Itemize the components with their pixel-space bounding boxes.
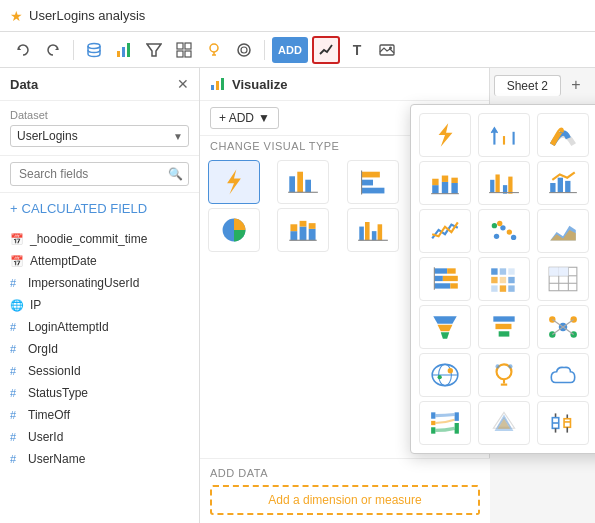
chart-cell-flash[interactable] <box>419 113 471 157</box>
svg-rect-115 <box>508 285 514 291</box>
add-dimension-button[interactable]: Add a dimension or measure <box>210 485 480 515</box>
field-list: 📅 _hoodie_commit_time 📅 AttemptDate # Im… <box>0 224 199 523</box>
svg-rect-70 <box>508 177 512 194</box>
svg-rect-73 <box>558 178 563 193</box>
chart-cell-pivot[interactable] <box>537 257 589 301</box>
sheet-tab-label: Sheet 2 <box>507 79 548 93</box>
svg-rect-135 <box>499 331 510 336</box>
svg-rect-5 <box>127 43 130 57</box>
list-item[interactable]: # SessionId <box>0 360 199 382</box>
chart-type-hbar[interactable] <box>347 160 399 204</box>
chart-cell-stacked[interactable] <box>419 161 471 205</box>
svg-rect-114 <box>500 285 506 291</box>
database-button[interactable] <box>81 37 107 63</box>
chart-type-stacked[interactable] <box>277 208 329 252</box>
svg-rect-61 <box>432 179 438 185</box>
chart-button[interactable] <box>111 37 137 63</box>
field-name: IP <box>30 298 41 312</box>
chart-cell-heat[interactable] <box>478 257 530 301</box>
search-section: 🔍 <box>0 156 199 193</box>
dataset-section: Dataset UserLogins ▼ <box>0 101 199 156</box>
svg-rect-100 <box>434 268 447 273</box>
search-input[interactable] <box>10 162 189 186</box>
trendline-button[interactable] <box>312 36 340 64</box>
chart-cell-network[interactable] <box>537 305 589 349</box>
svg-rect-37 <box>300 221 307 227</box>
list-item[interactable]: # StatusType <box>0 382 199 404</box>
calculated-field-button[interactable]: + CALCULATED FIELD <box>10 199 189 218</box>
insights-button[interactable] <box>201 37 227 63</box>
svg-rect-63 <box>442 176 448 182</box>
chart-type-auto[interactable] <box>208 160 260 204</box>
chart-type-bar[interactable] <box>277 160 329 204</box>
svg-rect-112 <box>508 277 514 283</box>
add-button[interactable]: ADD <box>272 37 308 63</box>
field-name: UserName <box>28 452 85 466</box>
svg-rect-8 <box>185 43 191 49</box>
svg-rect-4 <box>122 47 125 57</box>
sidebar-close-button[interactable]: ✕ <box>177 76 189 92</box>
chart-cell-line[interactable] <box>419 209 471 253</box>
chart-cell-grouped[interactable] <box>478 161 530 205</box>
chart-type-pie[interactable] <box>208 208 260 252</box>
list-item[interactable]: # UserName <box>0 448 199 470</box>
hash-icon: # <box>10 321 22 333</box>
chart-cell-insights[interactable] <box>478 353 530 397</box>
list-item[interactable]: # OrgId <box>0 338 199 360</box>
svg-rect-64 <box>451 183 457 194</box>
list-item[interactable]: 📅 _hoodie_commit_time <box>0 228 199 250</box>
undo-button[interactable] <box>10 37 36 63</box>
list-item[interactable]: # LoginAttemptId <box>0 316 199 338</box>
chart-cell-funnel[interactable] <box>419 305 471 349</box>
hash-icon: # <box>10 277 22 289</box>
svg-rect-102 <box>434 276 443 281</box>
svg-rect-122 <box>559 267 569 276</box>
svg-rect-133 <box>494 316 515 321</box>
sheet-tab-2[interactable]: Sheet 2 <box>494 75 561 96</box>
add-dropdown-button[interactable]: + ADD ▼ <box>210 107 279 129</box>
redo-button[interactable] <box>40 37 66 63</box>
field-name: LoginAttemptId <box>28 320 109 334</box>
chevron-down-icon: ▼ <box>258 111 270 125</box>
svg-rect-9 <box>177 51 183 57</box>
layout-button[interactable] <box>171 37 197 63</box>
chart-cell-hstacked[interactable] <box>419 257 471 301</box>
add-dimension-label: Add a dimension or measure <box>268 493 421 507</box>
chart-cell-arc[interactable] <box>537 113 589 157</box>
svg-point-155 <box>448 368 453 373</box>
chart-cell-area[interactable] <box>537 209 589 253</box>
svg-rect-39 <box>309 223 316 229</box>
dataset-select[interactable]: UserLogins <box>10 125 189 147</box>
chart-type-dropdown: KPI <box>410 104 595 454</box>
list-item[interactable]: # ImpersonatingUserId <box>0 272 199 294</box>
svg-rect-24 <box>306 180 312 193</box>
svg-rect-171 <box>431 421 435 425</box>
list-item[interactable]: # UserId <box>0 426 199 448</box>
chart-cell-radar[interactable] <box>478 401 530 445</box>
list-item[interactable]: # TimeOff <box>0 404 199 426</box>
chart-cell-geo2[interactable] <box>419 353 471 397</box>
chart-cell-scatter[interactable] <box>478 209 530 253</box>
stories-button[interactable] <box>231 37 257 63</box>
image-button[interactable] <box>374 37 400 63</box>
svg-marker-130 <box>433 316 456 323</box>
chart-cell-combo[interactable] <box>537 161 589 205</box>
visual-panel-title: Visualize <box>232 77 287 92</box>
chart-cell-boxplot[interactable] <box>537 401 589 445</box>
textbox-button[interactable]: T <box>344 37 370 63</box>
svg-rect-44 <box>377 224 382 240</box>
list-item[interactable]: 🌐 IP <box>0 294 199 316</box>
svg-marker-132 <box>441 332 450 338</box>
chart-cell-up-arrow[interactable] <box>478 113 530 157</box>
field-name: ImpersonatingUserId <box>28 276 139 290</box>
main-layout: Data ✕ Dataset UserLogins ▼ 🔍 + CALCULAT… <box>0 68 595 523</box>
field-name: TimeOff <box>28 408 70 422</box>
chart-type-grouped[interactable] <box>347 208 399 252</box>
svg-rect-60 <box>432 185 438 194</box>
sheet-add-button[interactable]: + <box>565 74 587 96</box>
chart-cell-funnel-bar[interactable] <box>478 305 530 349</box>
chart-cell-cloud[interactable] <box>537 353 589 397</box>
list-item[interactable]: 📅 AttemptDate <box>0 250 199 272</box>
chart-cell-sankey[interactable] <box>419 401 471 445</box>
filter-button[interactable] <box>141 37 167 63</box>
